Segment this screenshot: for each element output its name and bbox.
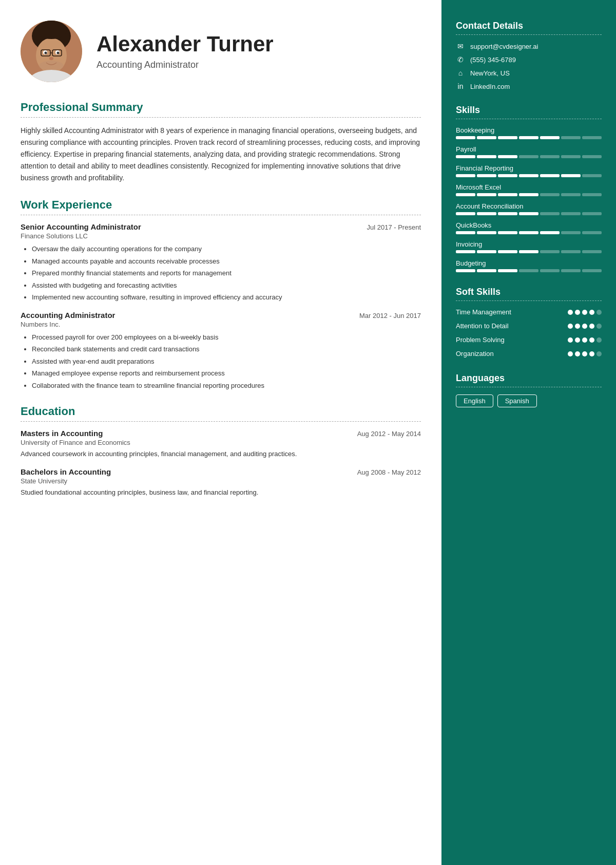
skills-list: Bookkeeping Payroll Financial Reporting … — [456, 126, 602, 272]
skill-bar-seg — [477, 193, 496, 196]
skill-bar-seg — [582, 231, 602, 234]
skill-bar-seg — [456, 212, 475, 215]
contact-text: LinkedIn.com — [470, 83, 510, 90]
soft-skill-dot — [596, 351, 602, 356]
soft-skill-dot — [575, 351, 580, 356]
skill-bar-seg — [540, 155, 560, 158]
skill-bar — [456, 193, 602, 196]
job-bullet: Reconciled bank statements and credit ca… — [32, 344, 421, 354]
skills-title: Skills — [456, 105, 602, 116]
skill-bar-seg — [582, 212, 602, 215]
job-title: Accounting Administrator — [21, 311, 115, 319]
languages-divider — [456, 387, 602, 387]
skill-bar-seg — [456, 231, 475, 234]
contact-section: Contact Details ✉ support@cvdesigner.ai … — [456, 21, 602, 90]
job-company: Numbers Inc. — [21, 321, 421, 328]
contact-item: in LinkedIn.com — [456, 82, 602, 90]
skill-bar — [456, 212, 602, 215]
skill-bar-seg — [561, 269, 581, 272]
summary-section: Professional Summary Highly skilled Acco… — [21, 101, 421, 184]
job-bullet: Managed accounts payable and accounts re… — [32, 256, 421, 267]
skill-bar-seg — [498, 174, 517, 177]
contact-list: ✉ support@cvdesigner.ai ✆ (555) 345-6789… — [456, 42, 602, 90]
skill-bar-seg — [456, 155, 475, 158]
skill-name: Budgeting — [456, 259, 602, 267]
skill-bar-seg — [561, 250, 581, 253]
skill-bar-seg — [477, 155, 496, 158]
language-tag: English — [456, 394, 493, 407]
skill-bar-seg — [498, 269, 517, 272]
skill-bar-seg — [582, 174, 602, 177]
soft-skill-dot — [589, 324, 594, 329]
skill-item: Financial Reporting — [456, 164, 602, 177]
languages-title: Languages — [456, 373, 602, 384]
soft-skills-list: Time Management Attention to Detail Prob… — [456, 308, 602, 359]
soft-skill-item: Organization — [456, 350, 602, 359]
skill-bar-seg — [540, 193, 560, 196]
skill-name: QuickBooks — [456, 221, 602, 229]
language-tag: Spanish — [497, 394, 537, 407]
skill-bar-seg — [561, 174, 581, 177]
skill-bar — [456, 136, 602, 139]
contact-item: ✉ support@cvdesigner.ai — [456, 42, 602, 50]
education-section: Education Masters in Accounting Aug 2012… — [21, 405, 421, 497]
summary-text: Highly skilled Accounting Administrator … — [21, 125, 421, 184]
skill-bar-seg — [582, 269, 602, 272]
soft-skill-name: Attention to Detail — [456, 322, 512, 331]
skill-bar-seg — [498, 136, 517, 139]
skill-bar-seg — [498, 212, 517, 215]
edu-degree: Bachelors in Accounting — [21, 467, 111, 476]
soft-skill-name: Time Management — [456, 308, 512, 317]
skill-bar-seg — [477, 136, 496, 139]
skill-bar-seg — [582, 136, 602, 139]
languages-section: Languages EnglishSpanish — [456, 373, 602, 407]
skills-section: Skills Bookkeeping Payroll Financial Rep… — [456, 105, 602, 272]
soft-skill-dot — [582, 337, 587, 343]
job-bullet: Managed employee expense reports and rei… — [32, 368, 421, 379]
right-panel: Contact Details ✉ support@cvdesigner.ai … — [441, 0, 616, 865]
skill-bar-seg — [519, 193, 538, 196]
soft-skill-dot — [575, 324, 580, 329]
job-entry: Senior Accounting Administrator Jul 2017… — [21, 222, 421, 303]
job-entry: Accounting Administrator Mar 2012 - Jun … — [21, 311, 421, 391]
skill-bar-seg — [540, 174, 560, 177]
skill-bar-seg — [498, 155, 517, 158]
skill-name: Invoicing — [456, 240, 602, 248]
jobs-list: Senior Accounting Administrator Jul 2017… — [21, 222, 421, 390]
skill-bar-seg — [456, 174, 475, 177]
left-panel: Alexander Turner Accounting Administrato… — [0, 0, 441, 865]
education-divider — [21, 421, 421, 422]
soft-skill-dot — [575, 310, 580, 315]
soft-skill-dot — [596, 324, 602, 329]
soft-skill-dot — [568, 310, 573, 315]
contact-icon: ✆ — [456, 55, 465, 64]
skill-bar-seg — [519, 174, 538, 177]
edu-date: Aug 2012 - May 2014 — [357, 430, 421, 438]
job-bullet: Prepared monthly financial statements an… — [32, 268, 421, 278]
skill-name: Microsoft Excel — [456, 183, 602, 191]
skill-name: Payroll — [456, 145, 602, 153]
skill-bar-seg — [561, 193, 581, 196]
soft-skills-divider — [456, 300, 602, 301]
skill-bar-seg — [540, 212, 560, 215]
edu-date: Aug 2008 - May 2012 — [357, 468, 421, 476]
soft-skill-dot — [589, 310, 594, 315]
edu-school: University of Finance and Economics — [21, 439, 421, 446]
contact-text: support@cvdesigner.ai — [470, 43, 538, 50]
skill-bar — [456, 250, 602, 253]
skill-bar-seg — [540, 231, 560, 234]
job-date: Jul 2017 - Present — [367, 223, 421, 231]
skill-bar-seg — [582, 250, 602, 253]
skill-bar-seg — [477, 231, 496, 234]
contact-text: (555) 345-6789 — [470, 56, 516, 64]
job-bullet: Oversaw the daily accounting operations … — [32, 244, 421, 254]
edu-entry: Bachelors in Accounting Aug 2008 - May 2… — [21, 467, 421, 498]
skill-bar-seg — [456, 193, 475, 196]
soft-skills-section: Soft Skills Time Management Attention to… — [456, 287, 602, 359]
edu-degree: Masters in Accounting — [21, 429, 103, 438]
soft-skill-dot — [582, 324, 587, 329]
skill-bar-seg — [540, 136, 560, 139]
contact-item: ⌂ NewYork, US — [456, 69, 602, 77]
svg-point-7 — [57, 52, 60, 54]
skill-bar-seg — [456, 136, 475, 139]
